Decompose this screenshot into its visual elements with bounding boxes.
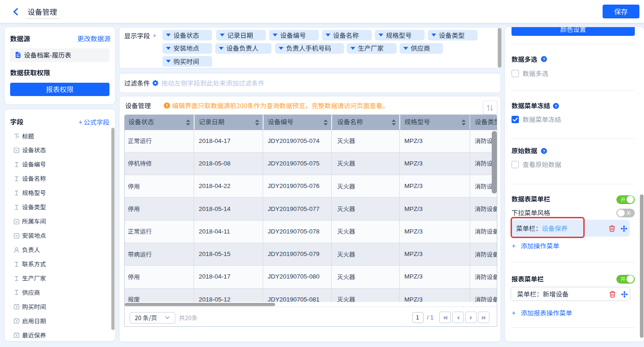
svg-text:?: ? — [543, 57, 546, 62]
svg-text:?: ? — [543, 148, 546, 153]
svg-text:?: ? — [555, 103, 558, 108]
